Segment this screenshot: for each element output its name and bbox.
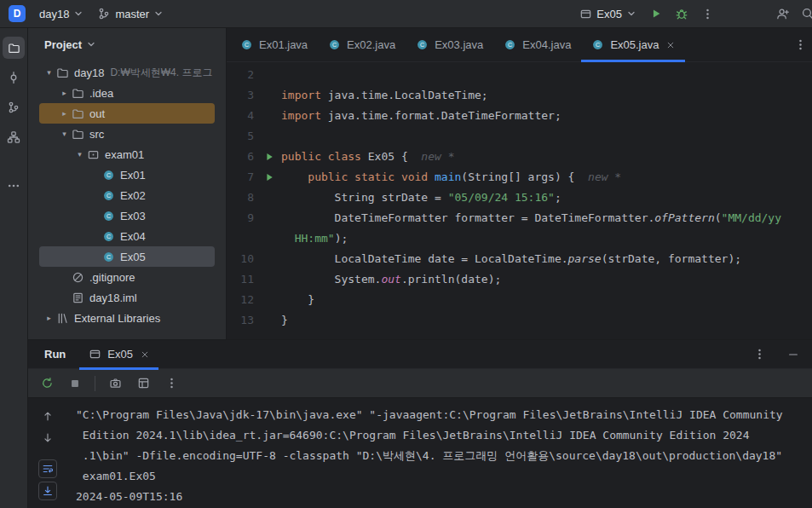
tree-item-ex05[interactable]: CEx05 [39, 246, 215, 267]
tree-item-src[interactable]: ▾src [39, 124, 215, 144]
tree-item-ex04[interactable]: CEx04 [39, 226, 215, 246]
tree-item-day18-iml[interactable]: day18.iml [39, 287, 215, 308]
svg-text:C: C [106, 234, 110, 240]
run-line-icon[interactable] [257, 147, 281, 167]
chevron-right-icon[interactable]: ▸ [58, 109, 71, 118]
line-number: 7 [227, 167, 257, 188]
console-line: exam01.Ex05 [76, 466, 812, 487]
chevron-down-icon[interactable]: ▾ [73, 150, 86, 159]
editor-tab-ex04-java[interactable]: CEx04.java [493, 28, 581, 61]
line-number: 12 [227, 290, 257, 310]
code-line: 13} [227, 310, 812, 331]
soft-wrap-icon[interactable] [38, 459, 57, 478]
project-panel: Project ▾day18D:₩박세현₩4. 프로그▸.idea▸out▾sr… [28, 28, 227, 339]
stop-icon[interactable] [65, 373, 85, 394]
more-actions-icon[interactable] [695, 2, 719, 26]
editor-tab-ex01-java[interactable]: CEx01.java [230, 28, 318, 61]
run-panel: Run Ex05 [28, 339, 812, 508]
tree-item-ex01[interactable]: CEx01 [39, 165, 215, 185]
svg-text:C: C [106, 193, 110, 199]
project-tree: ▾day18D:₩박세현₩4. 프로그▸.idea▸out▾src▾exam01… [28, 61, 226, 339]
git-branch-icon [97, 7, 111, 20]
svg-text:C: C [106, 254, 110, 260]
toolbar-separator [95, 376, 95, 391]
more-tool-windows-button[interactable] [3, 175, 25, 197]
structure-tool-button[interactable] [3, 126, 25, 148]
code-text: HH:mm"); [281, 228, 348, 249]
gutter-spacer [257, 126, 281, 147]
code-line: 2 [227, 65, 812, 85]
prev-occurrence-icon[interactable] [38, 407, 57, 425]
run-toolbar [28, 369, 812, 398]
scroll-to-end-icon[interactable] [38, 482, 57, 500]
code-line: 7 public static void main(String[] args)… [227, 167, 812, 188]
commit-tool-button[interactable] [3, 66, 25, 89]
debug-button[interactable] [670, 2, 694, 26]
thread-dump-icon[interactable] [105, 373, 125, 394]
tree-item-exam01[interactable]: ▾exam01 [39, 144, 215, 165]
line-number [227, 228, 257, 249]
run-panel-options-icon[interactable] [749, 344, 769, 365]
chevron-down-icon[interactable]: ▾ [58, 130, 71, 138]
add-user-icon[interactable] [770, 2, 794, 26]
tree-item-ex02[interactable]: CEx02 [39, 185, 215, 205]
line-number: 6 [227, 147, 257, 167]
run-button[interactable] [644, 2, 668, 26]
tree-item-day18[interactable]: ▾day18D:₩박세현₩4. 프로그 [39, 62, 215, 83]
app-logo[interactable]: D [9, 5, 26, 22]
run-line-icon[interactable] [257, 167, 281, 188]
code-line: 6public class Ex05 { new * [227, 147, 812, 167]
tree-item-label: Ex04 [120, 230, 146, 243]
line-number: 11 [227, 269, 257, 290]
svg-text:C: C [332, 42, 337, 48]
svg-text:C: C [420, 42, 424, 48]
chevron-down-icon[interactable]: ▾ [43, 68, 55, 77]
tree-item-hint: D:₩박세현₩4. 프로그 [110, 66, 212, 80]
run-tab-ex05[interactable]: Ex05 [79, 340, 158, 369]
class-icon: C [591, 38, 604, 51]
project-panel-header[interactable]: Project [28, 28, 226, 61]
tab-label: Ex02.java [347, 38, 395, 51]
code-editor[interactable]: 23import java.time.LocalDateTime;4import… [227, 62, 812, 339]
rerun-icon[interactable] [37, 373, 57, 394]
console-line: .1\bin" -Dfile.encoding=UTF-8 -classpath… [76, 446, 812, 466]
run-panel-title: Run [44, 348, 66, 361]
tree-item-label: Ex05 [120, 251, 146, 263]
console-more-options-icon[interactable] [161, 373, 181, 394]
tree-item-external-libraries[interactable]: ▸External Libraries [39, 308, 215, 328]
line-number: 9 [227, 208, 257, 228]
hide-panel-icon[interactable] [783, 344, 803, 365]
branch-name: master [115, 8, 149, 20]
tree-item--gitignore[interactable]: .gitignore [39, 267, 215, 287]
chevron-right-icon[interactable]: ▸ [43, 314, 55, 322]
close-icon[interactable] [666, 41, 675, 49]
code-text: String strDate = "05/09/24 15:16"; [281, 188, 561, 208]
restore-layout-icon[interactable] [133, 373, 153, 394]
tree-item-out[interactable]: ▸out [39, 103, 215, 124]
search-icon[interactable] [796, 2, 812, 26]
tree-item-label: .gitignore [89, 271, 135, 284]
project-selector[interactable]: day18 [33, 4, 89, 24]
next-occurrence-icon[interactable] [38, 429, 57, 447]
editor-tab-ex03-java[interactable]: CEx03.java [406, 28, 493, 61]
chevron-down-icon [73, 9, 84, 19]
console-output[interactable]: "C:\Program Files\Java\jdk-17\bin\java.e… [67, 398, 812, 508]
titlebar-right: Ex05 [573, 2, 812, 26]
branch-selector[interactable]: master [91, 3, 170, 24]
tree-item-label: External Libraries [74, 312, 160, 325]
chevron-right-icon[interactable]: ▸ [58, 89, 71, 97]
tree-item-ex03[interactable]: CEx03 [39, 205, 215, 226]
editor-tab-ex05-java[interactable]: CEx05.java [581, 28, 685, 61]
code-text: LocalDateTime date = LocalDateTime.parse… [281, 249, 741, 269]
project-tool-button[interactable] [3, 37, 25, 59]
editor-tab-ex02-java[interactable]: CEx02.java [318, 28, 406, 61]
line-number: 8 [227, 188, 257, 208]
close-icon[interactable] [141, 350, 149, 359]
version-control-tool-button[interactable] [3, 96, 25, 118]
tree-item--idea[interactable]: ▸.idea [39, 83, 215, 103]
run-config-selector[interactable]: Ex05 [573, 4, 642, 24]
console-wrap: "C:\Program Files\Java\jdk-17\bin\java.e… [28, 398, 812, 508]
gutter-spacer [257, 310, 281, 331]
tab-options-icon[interactable] [789, 28, 812, 61]
class-icon: C [101, 250, 115, 263]
